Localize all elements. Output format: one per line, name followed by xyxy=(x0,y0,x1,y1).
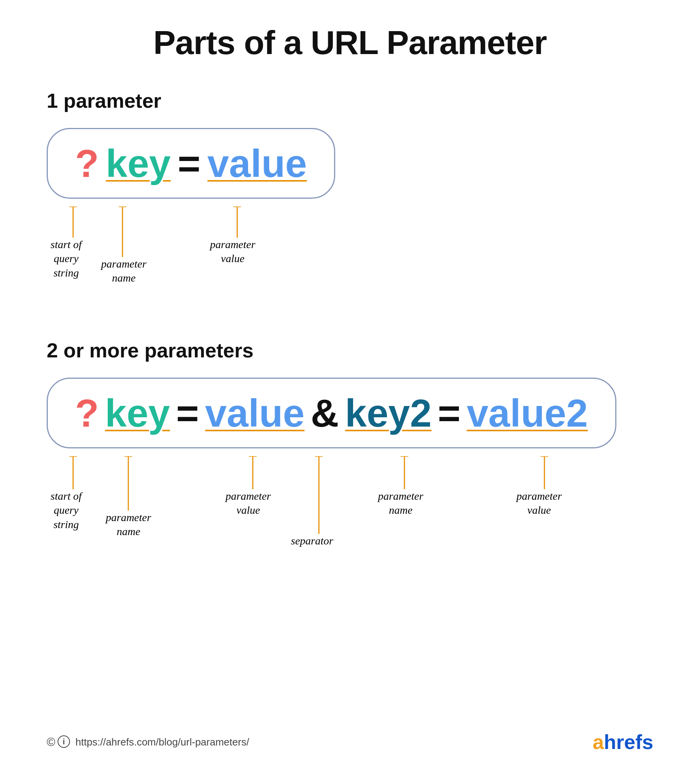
url-box-1: ? key = value xyxy=(47,128,335,199)
section-1-parameter: 1 parameter ? key = value xyxy=(47,89,653,315)
info-icon: i xyxy=(58,735,70,748)
label-start-query-1: start ofquerystring xyxy=(51,238,82,280)
url-box-2: ? key = value & key2 = value2 xyxy=(47,378,616,448)
ahrefs-logo-rest: hrefs xyxy=(604,731,653,753)
token-equals-2a: = xyxy=(176,394,199,432)
ahrefs-logo: ahrefs xyxy=(593,730,653,754)
token-equals-2b: = xyxy=(438,394,460,432)
label-param-name-1: parametername xyxy=(101,257,147,285)
section1-heading: 1 parameter xyxy=(47,89,653,112)
token-key2-2: key2 xyxy=(345,394,431,432)
label-param-name-2b: parametername xyxy=(378,489,424,518)
ahrefs-logo-a: a xyxy=(593,731,604,753)
label-start-query-2: start ofquerystring xyxy=(51,489,82,532)
token-equals-1: = xyxy=(178,144,200,183)
label-param-value-1: parametervalue xyxy=(210,238,256,266)
token-question-2: ? xyxy=(75,394,99,432)
label-param-value-2a: parametervalue xyxy=(226,489,271,518)
page-title: Parts of a URL Parameter xyxy=(47,23,653,62)
label-param-value-2b: parametervalue xyxy=(516,489,562,518)
token-value-2a: value xyxy=(205,394,304,432)
token-amp-2: & xyxy=(311,394,339,432)
section-2-parameters: 2 or more parameters ? key = value & key… xyxy=(47,339,653,588)
token-value2-2: value2 xyxy=(467,394,588,432)
section2-heading: 2 or more parameters xyxy=(47,339,653,362)
diagram-2: ? key = value & key2 = value2 xyxy=(47,378,653,588)
footer-left: © i https://ahrefs.com/blog/url-paramete… xyxy=(47,735,249,749)
token-question-1: ? xyxy=(75,144,99,183)
footer: © i https://ahrefs.com/blog/url-paramete… xyxy=(47,730,653,754)
token-key-1: key xyxy=(106,144,171,183)
footer-icons: © i xyxy=(47,735,70,749)
footer-url: https://ahrefs.com/blog/url-parameters/ xyxy=(75,736,249,748)
label-param-name-2a: parametername xyxy=(106,511,151,539)
diagram-1: ? key = value start ofquerystring xyxy=(47,128,653,315)
cc-icon: © xyxy=(47,735,55,749)
token-key-2: key xyxy=(105,394,170,432)
token-value-1: value xyxy=(207,144,307,183)
label-separator-2: separator xyxy=(291,534,333,548)
